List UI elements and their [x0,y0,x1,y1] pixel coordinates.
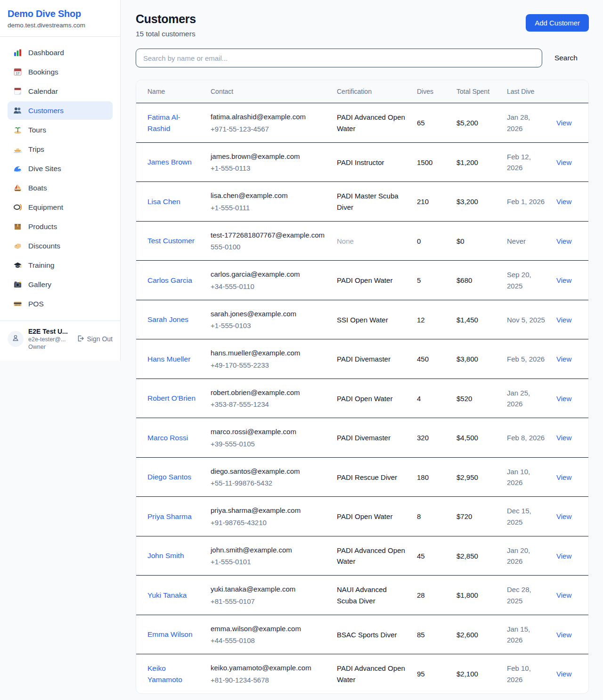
sidebar-item-bookings[interactable]: 17Bookings [8,63,113,81]
sidebar-nav: Dashboard17BookingsCalendarCustomersTour… [0,37,120,321]
customer-name-link[interactable]: Emma Wilson [147,630,193,638]
customer-last-dive: Jan 15, 2026 [507,625,530,644]
view-link[interactable]: View [556,237,571,245]
customer-name-link[interactable]: Diego Santos [147,473,191,481]
customer-last-dive: Feb 10, 2026 [507,664,531,683]
customer-email: priya.sharma@example.com [211,505,326,516]
table-row: Keiko Yamamoto keiko.yamamoto@example.co… [136,654,588,693]
sidebar-item-dive-sites[interactable]: Dive Sites [8,159,113,178]
add-customer-button[interactable]: Add Customer [526,14,589,32]
sidebar: Demo Dive Shop demo.test.divestreams.com… [0,0,121,361]
sidebar-item-label: Dive Sites [28,165,61,173]
sidebar-item-trips[interactable]: Trips [8,140,113,158]
customer-dives: 95 [417,670,425,678]
view-link[interactable]: View [556,631,571,639]
customer-name-link[interactable]: Priya Sharma [147,512,192,520]
customer-name-link[interactable]: Lisa Chen [147,198,180,206]
customer-name-link[interactable]: Robert O'Brien [147,394,196,402]
sidebar-item-products[interactable]: Products [8,217,113,236]
customer-total-spent: $3,200 [456,198,478,206]
customer-name-link[interactable]: Keiko Yamamoto [147,664,182,684]
svg-text:17: 17 [16,72,20,75]
customer-dives: 450 [417,355,429,363]
customer-certification: SSI Open Water [337,316,388,324]
brand-block: Demo Dive Shop demo.test.divestreams.com [0,0,120,36]
customer-email: sarah.jones@example.com [211,308,326,319]
table-row: Priya Sharma priya.sharma@example.com +9… [136,497,588,536]
brand-title: Demo Dive Shop [8,8,113,19]
view-link[interactable]: View [556,198,571,206]
customers-table: NameContactCertificationDivesTotal Spent… [136,80,588,693]
customer-certification: BSAC Sports Diver [337,631,397,639]
sidebar-item-boats[interactable]: Boats [8,179,113,197]
customer-phone: +971-55-123-4567 [211,124,326,134]
sidebar-item-dashboard[interactable]: Dashboard [8,43,113,62]
customer-name-link[interactable]: Fatima Al-Rashid [147,113,180,132]
sidebar-item-label: Discounts [28,242,60,250]
view-link[interactable]: View [556,276,571,284]
sidebar-item-tours[interactable]: Tours [8,121,113,139]
customer-last-dive: Feb 5, 2026 [507,355,545,363]
customer-name-link[interactable]: Yuki Tanaka [147,591,187,599]
customer-name-link[interactable]: Test Customer [147,237,195,245]
sidebar-item-label: Training [28,261,54,270]
view-link[interactable]: View [556,473,571,481]
customer-dives: 320 [417,434,429,442]
view-link[interactable]: View [556,119,571,127]
customer-phone: +1-555-0113 [211,163,326,173]
table-row: James Brown james.brown@example.com +1-5… [136,142,588,182]
equipment-icon [13,203,22,212]
sign-out-button[interactable]: Sign Out [77,335,113,344]
sign-out-icon [77,335,84,344]
dive-sites-icon [13,164,22,173]
discounts-icon [13,241,22,250]
customer-name-link[interactable]: Hans Mueller [147,355,190,363]
customer-total-spent: $1,800 [456,591,478,599]
customer-last-dive: Nov 5, 2025 [507,316,545,324]
customer-phone: +91-98765-43210 [211,517,326,528]
customer-email: diego.santos@example.com [211,466,326,477]
sidebar-item-discounts[interactable]: Discounts [8,237,113,255]
view-link[interactable]: View [556,158,571,166]
customer-name-link[interactable]: James Brown [147,158,192,166]
sidebar-item-calendar[interactable]: Calendar [8,82,113,100]
customer-name-link[interactable]: Marco Rossi [147,434,188,442]
view-link[interactable]: View [556,395,571,403]
customer-name-link[interactable]: Carlos Garcia [147,276,192,284]
search-input[interactable] [136,49,542,67]
view-link[interactable]: View [556,316,571,324]
dashboard-icon [13,48,22,57]
customer-certification: PADI Open Water [337,512,392,520]
customer-last-dive: Sep 20, 2025 [507,271,531,289]
customer-total-spent: $520 [456,395,472,403]
view-link[interactable]: View [556,670,571,678]
table-row: Carlos Garcia carlos.garcia@example.com … [136,261,588,300]
customer-total-spent: $1,450 [456,316,478,324]
sidebar-item-label: Calendar [28,87,58,96]
view-link[interactable]: View [556,591,571,599]
view-link[interactable]: View [556,512,571,520]
user-block: E2E Test U... e2e-tester@... Owner Sign … [0,321,120,357]
customer-dives: 12 [417,316,425,324]
customer-email: robert.obrien@example.com [211,387,326,398]
sidebar-item-training[interactable]: Training [8,256,113,274]
sidebar-item-equipment[interactable]: Equipment [8,198,113,216]
customer-name-link[interactable]: Sarah Jones [147,315,188,323]
customer-total-spent: $2,600 [456,631,478,639]
view-link[interactable]: View [556,434,571,442]
sidebar-item-pos[interactable]: POS [8,295,113,313]
customer-certification: NAUI Advanced Scuba Diver [337,585,387,604]
customer-dives: 210 [417,198,429,206]
customer-dives: 65 [417,119,425,127]
view-link[interactable]: View [556,552,571,560]
column-header-name: Name [136,80,205,103]
table-row: Emma Wilson emma.wilson@example.com +44-… [136,615,588,654]
sidebar-item-customers[interactable]: Customers [8,101,113,120]
customer-certification: PADI Advanced Open Water [337,546,405,565]
search-button[interactable]: Search [542,54,589,62]
table-header: NameContactCertificationDivesTotal Spent… [136,80,588,103]
view-link[interactable]: View [556,355,571,363]
brand-domain: demo.test.divestreams.com [8,22,113,29]
sidebar-item-gallery[interactable]: Gallery [8,275,113,294]
customer-name-link[interactable]: John Smith [147,552,184,560]
